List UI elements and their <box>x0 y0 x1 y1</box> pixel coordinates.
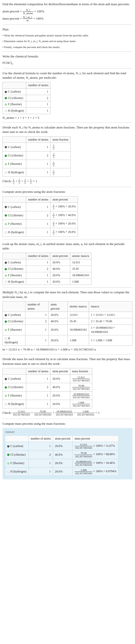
element-dot-icon <box>5 314 7 316</box>
divider <box>2 354 133 354</box>
table-row: H (hydrogen)120.0%1.0081 × 1.008 = 1.008 <box>3 335 133 346</box>
element-dot-icon <box>5 403 7 406</box>
mp-label: mass percent = <box>2 16 22 20</box>
table-row: Cl (chlorine)225 <box>3 151 71 160</box>
element-dot-icon <box>5 97 7 99</box>
table-row: F (fluorine)120.0%18.998403163102.917403… <box>5 459 119 467</box>
table-row: Cl (chlorine)2 <box>3 95 50 101</box>
element-dot-icon <box>5 155 7 157</box>
divider <box>2 239 133 239</box>
table-row: Cl (chlorine)240.0%70.90102.917403163 <box>3 383 92 391</box>
mp-frac: N_i m_im <box>22 16 32 22</box>
answer-label: Answer: <box>5 430 130 434</box>
table-row: C (carbon)115 <box>3 143 71 151</box>
plan-bullet-2: • Determine values for N_i, m_i, N_atoms… <box>2 39 133 43</box>
element-dot-icon <box>5 172 7 174</box>
table-row: H (hydrogen)120.0%1.008102.917403163 × 1… <box>5 467 119 476</box>
atomfrac-table: number of atomsatom fraction C (carbon)1… <box>2 136 71 177</box>
ap-frac: N_iN_atoms <box>22 8 33 14</box>
element-dot-icon <box>5 268 7 270</box>
intro-text: Find the elemental composition for dichl… <box>2 2 133 6</box>
table-row: H (hydrogen)115 <box>3 168 71 176</box>
plan-bullet-1: • Write the chemical formula and gather … <box>2 34 133 37</box>
divider <box>2 122 133 123</box>
plan-heading: Plan: <box>2 27 133 32</box>
element-dot-icon <box>5 378 7 380</box>
table-row: F (fluorine)120.0%18.998403163102.917403… <box>3 391 92 400</box>
table-row: F (fluorine)115 × 100% = 20.0% <box>3 220 78 228</box>
table-row: C (carbon)120.0%12.0111 × 12.011 = 12.01… <box>3 312 133 318</box>
massfrac-heading: Divide the mass for each element by m to… <box>2 357 133 366</box>
table-row: C (carbon)120.0%12.011102.917403163 × 10… <box>5 442 119 450</box>
element-dot-icon <box>5 281 7 283</box>
table-row: H (hydrogen)1 <box>3 108 50 114</box>
divider <box>2 24 133 25</box>
element-dot-icon <box>5 223 7 225</box>
chemical-formula: FCHCl2 <box>2 61 133 66</box>
mult-heading: Multiply N_i by m_i to compute the mass … <box>2 290 133 299</box>
element-dot-icon <box>5 395 7 397</box>
molecular-mass-sum: m = 12.011 u + 70.90 u + 18.998403163 u … <box>2 347 133 352</box>
table-row: Cl (chlorine)225 × 100% = 40.0% <box>3 211 78 220</box>
element-dot-icon <box>5 91 7 93</box>
col-num: number of atoms <box>26 82 50 88</box>
divider <box>2 187 133 187</box>
element-dot-icon <box>5 329 7 331</box>
atomfrac-heading: Divide each N_i by N_atoms to calculate … <box>2 125 133 134</box>
element-dot-icon <box>5 206 7 208</box>
table-row: C (carbon)1 <box>3 88 50 95</box>
mass-lookup-table: number of atomsatom percentatomic mass/u… <box>2 253 92 285</box>
table-row: C (carbon)115 × 100% = 20.0% <box>3 203 78 211</box>
divider <box>2 52 133 52</box>
answer-table: number of atomsatom percentmass percent … <box>5 435 119 476</box>
element-dot-icon <box>5 274 7 277</box>
count-heading: Use the chemical formula to count the nu… <box>2 71 133 80</box>
mass-lookup-heading: Look up the atomic mass, m_i, in unified… <box>2 242 133 251</box>
table-row: F (fluorine)1 <box>3 101 50 108</box>
atom-percent-formula: atom percent = N_iN_atoms × 100% <box>2 8 133 14</box>
ap-tail: × 100% <box>34 10 44 13</box>
element-dot-icon <box>5 337 7 340</box>
element-dot-icon <box>5 320 7 323</box>
element-dot-icon <box>5 104 7 106</box>
divider <box>2 287 133 288</box>
table-row: Cl (chlorine)240.0%70.90102.917403163 × … <box>5 450 119 459</box>
element-dot-icon <box>5 262 7 264</box>
answer-box: Answer: number of atomsatom percentmass … <box>2 428 133 480</box>
table-row: H (hydrogen)120.0%1.008102.917403163 <box>3 400 92 408</box>
divider <box>2 419 133 419</box>
plan-bullet-3: • Finally, compute the percents and chec… <box>2 45 133 49</box>
count-table: number of atoms C (carbon)1 Cl (chlorine… <box>2 82 50 114</box>
element-dot-icon <box>7 454 9 456</box>
divider <box>2 68 133 68</box>
natoms-sum: N_atoms = 1 + 2 + 1 + 1 = 5 <box>2 116 133 120</box>
element-dot-icon <box>7 462 9 464</box>
atompct-table: number of atomsatom percent C (carbon)11… <box>2 196 78 237</box>
massfrac-check: Check: 12.011102.917403163 + 70.90102.91… <box>2 410 133 416</box>
mp-tail: × 100% <box>33 16 43 20</box>
atompct-heading: Compute atom percents using the atom fra… <box>2 190 133 194</box>
table-row: Cl (chlorine)240.0%35.45 <box>3 266 92 272</box>
table-row: H (hydrogen)120.0%1.008 <box>3 278 92 285</box>
table-row: F (fluorine)120.0%18.9984031631 × 18.998… <box>3 325 133 335</box>
table-row: Cl (chlorine)240.0%35.452 × 35.45 = 70.9… <box>3 318 133 325</box>
mass-percent-formula: mass percent = N_i m_im × 100% <box>2 16 133 22</box>
table-row: H (hydrogen)115 × 100% = 20.0% <box>3 228 78 236</box>
massfrac-table: number of atomsatom percentmass fraction… <box>2 368 92 409</box>
element-dot-icon <box>5 386 7 388</box>
element-dot-icon <box>5 110 7 112</box>
table-row: C (carbon)120.0%12.011102.917403163 <box>3 374 92 383</box>
element-dot-icon <box>5 146 7 148</box>
mult-table: number of atomsatom percentatomic mass/u… <box>2 301 133 346</box>
element-dot-icon <box>5 214 7 216</box>
table-row: F (fluorine)120.0%18.998403163 <box>3 272 92 278</box>
formula-heading: Write the chemical formula: <box>2 54 133 59</box>
masspct-heading: Compute mass percents using the mass fra… <box>2 422 133 426</box>
table-row: C (carbon)120.0%12.011 <box>3 260 92 266</box>
element-dot-icon <box>7 445 9 448</box>
atomfrac-check: Check: 15 + 25 + 15 + 15 = 1 <box>2 178 133 184</box>
element-dot-icon <box>5 232 7 234</box>
element-dot-icon <box>5 163 7 165</box>
table-row: F (fluorine)115 <box>3 160 71 168</box>
element-dot-icon <box>7 471 9 473</box>
